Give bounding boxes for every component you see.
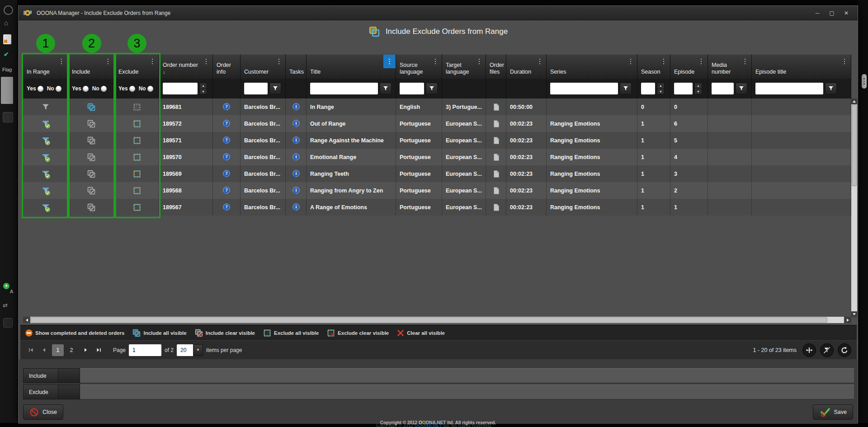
scroll-up-icon[interactable] xyxy=(851,99,857,104)
filter-input-source_language[interactable] xyxy=(400,83,424,94)
order-info-icon[interactable]: ? xyxy=(222,136,231,145)
column-header-order_info[interactable]: Order info xyxy=(213,54,241,79)
column-header-season[interactable]: Season xyxy=(637,54,670,79)
home-icon[interactable]: ⌂ xyxy=(4,19,8,27)
column-header-include[interactable]: Include xyxy=(68,54,115,79)
minimize-button[interactable]: ─ xyxy=(811,8,824,18)
filter-input-season[interactable] xyxy=(641,83,655,94)
filter-funnel-icon[interactable] xyxy=(736,83,747,94)
filter-yes-radio[interactable] xyxy=(129,86,135,92)
page-number-1[interactable]: 1 xyxy=(52,344,64,356)
tool-icon[interactable] xyxy=(3,112,13,122)
column-header-media_number[interactable]: Media number xyxy=(708,54,752,79)
order-info-icon[interactable]: ? xyxy=(222,203,231,211)
column-header-tasks[interactable]: Tasks xyxy=(286,54,307,79)
exclude-toggle-icon[interactable] xyxy=(132,153,142,162)
vertical-dots-handle[interactable] xyxy=(862,74,867,89)
collapsed-panel[interactable] xyxy=(1,77,13,104)
filter-no-radio[interactable] xyxy=(147,86,153,92)
column-header-order_number[interactable]: Order number ↓ xyxy=(159,54,213,79)
include-toggle-icon[interactable] xyxy=(87,203,96,212)
column-menu-icon[interactable] xyxy=(697,56,706,66)
filter-funnel-icon[interactable] xyxy=(620,83,632,94)
document-icon[interactable] xyxy=(3,34,11,44)
order-info-icon[interactable]: ? xyxy=(222,103,231,111)
legend-item[interactable]: Clear all visible xyxy=(396,329,445,337)
close-window-button[interactable]: ✕ xyxy=(840,8,853,18)
exclude-toggle-icon[interactable] xyxy=(132,169,142,178)
column-menu-icon[interactable] xyxy=(274,56,283,66)
window-titlebar[interactable]: OOONA Manager - Include Exclude Orders f… xyxy=(19,6,858,20)
scroll-right-icon[interactable] xyxy=(844,317,851,323)
filter-input-customer[interactable] xyxy=(244,83,268,94)
column-header-series[interactable]: Series xyxy=(547,54,637,79)
filter-input-episode[interactable] xyxy=(674,83,693,94)
order-info-icon[interactable]: ? xyxy=(222,120,231,128)
order-files-icon[interactable] xyxy=(492,103,500,111)
include-toggle-icon[interactable] xyxy=(87,186,96,195)
vertical-scrollbar[interactable] xyxy=(851,99,857,317)
filter-spinner-order_number[interactable]: ▲▼ xyxy=(199,83,207,94)
column-menu-icon[interactable] xyxy=(626,56,635,66)
exclude-summary-field[interactable] xyxy=(80,385,854,399)
tasks-info-icon[interactable]: i xyxy=(292,187,300,195)
table-row[interactable]: 189567?Barcelos Br...iA Range of Emotion… xyxy=(23,199,851,216)
maximize-button[interactable]: ▢ xyxy=(825,8,839,18)
column-menu-icon[interactable] xyxy=(57,56,66,66)
legend-item[interactable]: Include clear visible xyxy=(194,328,255,338)
order-files-icon[interactable] xyxy=(492,120,500,128)
table-row[interactable]: 189568?Barcelos Br...iRanging from Angry… xyxy=(23,182,851,199)
page-number-2[interactable]: 2 xyxy=(66,344,77,356)
table-row[interactable]: 189571?Barcelos Br...iRange Against the … xyxy=(23,132,851,149)
in-range-filter-icon[interactable] xyxy=(41,103,50,112)
chevron-down-icon[interactable]: ▼ xyxy=(193,344,203,356)
filter-input-episode_title[interactable] xyxy=(755,83,823,94)
check-icon[interactable]: ✔ xyxy=(4,51,9,58)
filter-input-series[interactable] xyxy=(550,83,618,94)
first-page-button[interactable] xyxy=(26,345,36,355)
column-menu-icon[interactable] xyxy=(475,56,484,66)
include-toggle-icon[interactable] xyxy=(87,136,96,145)
include-toggle-icon[interactable] xyxy=(87,119,96,128)
filter-no-radio[interactable] xyxy=(101,86,107,92)
clear-filters-button[interactable] xyxy=(820,343,834,357)
column-menu-icon[interactable] xyxy=(431,56,440,66)
filter-funnel-icon[interactable] xyxy=(269,83,281,94)
table-row[interactable]: 189569?Barcelos Br...iRanging TeethPortu… xyxy=(23,165,851,182)
column-menu-icon[interactable] xyxy=(202,56,211,66)
column-header-source_language[interactable]: Source language xyxy=(396,54,442,79)
order-info-icon[interactable]: ? xyxy=(222,153,231,161)
table-row[interactable]: 189570?Barcelos Br...iEmotional RangePor… xyxy=(23,149,851,165)
scroll-left-icon[interactable] xyxy=(23,317,30,323)
add-icon[interactable]: + xyxy=(3,283,9,289)
legend-item[interactable]: Exclude clear visible xyxy=(326,328,389,338)
column-header-in_range[interactable]: In Range xyxy=(23,54,68,79)
order-files-icon[interactable] xyxy=(492,136,500,145)
filter-spinner-episode[interactable]: ▲▼ xyxy=(694,83,702,94)
filter-funnel-icon[interactable] xyxy=(380,83,392,94)
in-range-filter-icon[interactable] xyxy=(41,203,50,212)
next-page-button[interactable] xyxy=(80,345,90,355)
column-menu-icon[interactable] xyxy=(383,55,396,68)
order-info-icon[interactable]: ? xyxy=(222,187,231,195)
save-button[interactable]: Save xyxy=(813,404,854,420)
tasks-info-icon[interactable]: i xyxy=(292,170,300,178)
in-range-filter-icon[interactable] xyxy=(41,169,50,178)
tasks-info-icon[interactable]: i xyxy=(292,120,300,128)
order-files-icon[interactable] xyxy=(492,170,500,178)
filter-yes-radio[interactable] xyxy=(38,86,43,92)
column-header-customer[interactable]: Customer xyxy=(241,54,286,79)
exclude-toggle-icon[interactable] xyxy=(132,103,142,112)
include-toggle-icon[interactable] xyxy=(87,169,96,178)
horizontal-scroll-thumb[interactable] xyxy=(31,317,827,323)
order-files-icon[interactable] xyxy=(492,203,500,211)
table-row[interactable]: 189572?Barcelos Br...iOut of RangePortug… xyxy=(23,115,851,132)
filter-funnel-icon[interactable] xyxy=(825,83,837,94)
column-header-order_files[interactable]: Order files xyxy=(486,54,506,79)
fit-columns-button[interactable] xyxy=(802,343,816,357)
horizontal-scrollbar[interactable] xyxy=(23,317,851,323)
column-menu-icon[interactable] xyxy=(104,56,113,66)
legend-item[interactable]: Show completed and deleted orders xyxy=(25,329,124,337)
column-header-title[interactable]: Title xyxy=(307,54,396,79)
column-menu-icon[interactable] xyxy=(840,56,849,66)
